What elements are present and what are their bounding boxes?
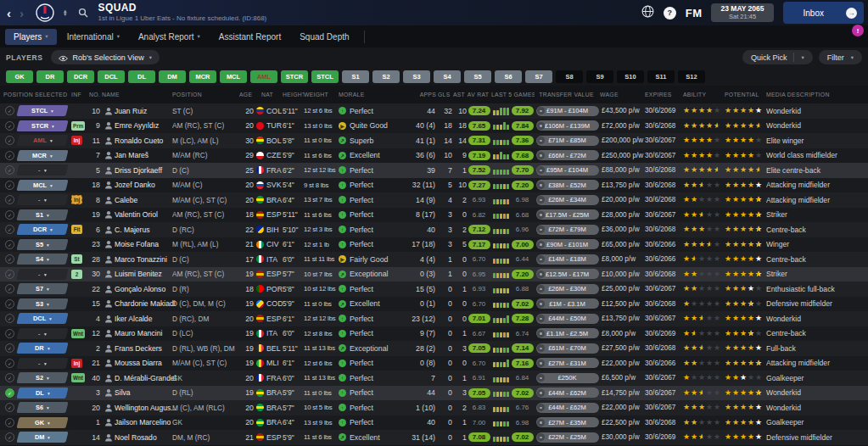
column-header-expires[interactable]: EXPIRES bbox=[645, 92, 683, 98]
back-button[interactable]: ‹ bbox=[7, 7, 11, 20]
column-header-name[interactable]: NAME bbox=[102, 92, 172, 98]
position-selected-dropdown[interactable]: DL▾ bbox=[15, 387, 71, 399]
table-row[interactable]: ✓-▾Wnt12Mauro ManciniD (LC)19ITA6'0"12 s… bbox=[0, 326, 868, 342]
position-selected-dropdown[interactable]: STCL▾ bbox=[15, 105, 71, 116]
nav-item-assistant-report[interactable]: Assistant Report bbox=[210, 29, 289, 45]
player-name[interactable]: Gonçalo Alonso bbox=[115, 285, 172, 293]
column-header-ability[interactable]: ABILITY bbox=[683, 92, 725, 98]
position-filter-stcl[interactable]: STCL bbox=[311, 70, 339, 83]
position-filter-s3[interactable]: S3 bbox=[403, 70, 430, 83]
transfer-value[interactable]: £26M - £34M bbox=[535, 195, 600, 205]
table-row[interactable]: ✓-▾Inj8CalebeM/AM (C), ST (C)20BRA6'4"13… bbox=[0, 192, 868, 208]
forward-button[interactable]: › bbox=[20, 7, 24, 20]
player-name[interactable]: Juan Ruiz bbox=[115, 107, 172, 115]
position-filter-dm[interactable]: DM bbox=[159, 70, 186, 83]
position-filter-dl[interactable]: DL bbox=[128, 70, 155, 83]
info-badge-cell[interactable]: 2 bbox=[71, 270, 88, 279]
transfer-value[interactable]: £1M - £3.1M bbox=[535, 298, 600, 309]
player-name[interactable]: Chardonie Makiadi bbox=[115, 299, 172, 308]
position-selected-dropdown[interactable]: GK▾ bbox=[15, 417, 71, 428]
position-filter-dcr[interactable]: DCR bbox=[67, 70, 94, 83]
transfer-value[interactable]: £61M - £70M bbox=[535, 343, 600, 354]
selection-check[interactable]: ✓ bbox=[3, 270, 15, 279]
player-name[interactable]: D. Mérabli-Grandel bbox=[115, 374, 172, 382]
position-selected-dropdown[interactable]: DM▾ bbox=[15, 432, 71, 443]
info-badge-cell[interactable]: Wnt bbox=[71, 329, 88, 338]
selection-check[interactable]: ✓ bbox=[3, 403, 15, 412]
view-selector[interactable]: Rob's Selection View ▾ bbox=[51, 50, 160, 64]
transfer-value[interactable]: £90M - £101M bbox=[535, 239, 600, 249]
selection-check[interactable]: ✓ bbox=[3, 254, 15, 264]
column-header-media-description[interactable]: MEDIA DESCRIPTION bbox=[766, 92, 865, 98]
inbox-button[interactable]: Inbox → bbox=[783, 2, 864, 24]
table-row[interactable]: ✓GK▾1Jailson MarcelinoGK20BRA6'4"13 st 9… bbox=[0, 415, 868, 431]
player-name[interactable]: Ronaldo Cueto bbox=[115, 137, 172, 145]
position-selected-dropdown[interactable]: DCL▾ bbox=[15, 313, 71, 324]
table-row[interactable]: ✓DM▾14Noel RosadoDM, M (RC)21ESP5'9"11 s… bbox=[0, 430, 868, 445]
position-selected-dropdown[interactable]: DCR▾ bbox=[15, 224, 71, 235]
selection-check[interactable]: ✓ bbox=[3, 225, 15, 234]
table-row[interactable]: ✓S7▾22Gonçalo AlonsoD (R)18POR5'8"10 st … bbox=[0, 282, 868, 297]
player-name[interactable]: Luismi Benitez bbox=[115, 270, 172, 278]
table-row[interactable]: ✓DL▾3SilvaD (RL)19BRA5'9"11 st 0 lbs↑Per… bbox=[0, 386, 868, 401]
column-header-weight[interactable]: WEIGHT bbox=[304, 92, 339, 98]
player-name[interactable]: Marco Tonazzini bbox=[115, 255, 172, 264]
table-row[interactable]: ✓STCL▾10Juan RuizST (C)20COL5'11"12 st 6… bbox=[0, 103, 868, 119]
position-filter-s5[interactable]: S5 bbox=[464, 70, 491, 83]
transfer-value[interactable]: £14M - £18M bbox=[535, 254, 600, 265]
column-header-position[interactable]: POSITION bbox=[172, 92, 239, 98]
position-selected-dropdown[interactable]: STCR▾ bbox=[15, 120, 71, 131]
selection-check[interactable]: ✓ bbox=[3, 314, 15, 323]
filter-button[interactable]: Filter ▾ bbox=[819, 50, 862, 64]
transfer-value[interactable]: £27M - £31M bbox=[535, 358, 600, 368]
transfer-value[interactable]: £44M - £62M bbox=[535, 387, 600, 398]
transfer-value[interactable]: £250K bbox=[535, 373, 600, 383]
selection-check[interactable]: ✓ bbox=[3, 329, 15, 338]
table-row[interactable]: ✓S1▾19Valentin OriolAM (RC), ST (C)18ESP… bbox=[0, 208, 868, 223]
position-filter-s2[interactable]: S2 bbox=[372, 70, 400, 83]
position-filter-gk[interactable]: GK bbox=[6, 70, 33, 83]
player-name[interactable]: Calebe bbox=[115, 196, 172, 204]
selection-check[interactable]: ✓ bbox=[3, 181, 15, 190]
table-row[interactable]: ✓MCR▾7Jan MarešM/AM (RC)29CZE5'9"11 st 6… bbox=[0, 148, 868, 164]
info-badge-cell[interactable]: Inj bbox=[71, 136, 88, 145]
position-filter-mcr[interactable]: MCR bbox=[189, 70, 216, 83]
player-name[interactable]: Jan Mareš bbox=[115, 151, 172, 159]
position-filter-s7[interactable]: S7 bbox=[525, 70, 552, 83]
position-selected-dropdown[interactable]: S3▾ bbox=[15, 298, 71, 309]
position-selected-dropdown[interactable]: S4▾ bbox=[15, 254, 71, 265]
info-badge-cell[interactable]: Fit bbox=[71, 225, 88, 234]
player-name[interactable]: Moise Fofana bbox=[115, 240, 172, 248]
selection-check[interactable]: ✓ bbox=[3, 240, 15, 249]
table-row[interactable]: ✓S2▾Wnt40D. Mérabli-GrandelGK20FRA6'0"11… bbox=[0, 371, 868, 386]
column-header-last-5-games[interactable]: LAST 5 GAMES bbox=[491, 92, 535, 98]
player-name[interactable]: Wellington Augus... bbox=[115, 404, 172, 412]
transfer-value[interactable]: £72M - £79M bbox=[535, 225, 600, 235]
table-row[interactable]: ✓STCR▾Prm9Emre AyyıldızAM (RC), ST (C)20… bbox=[0, 119, 868, 134]
table-row[interactable]: ✓DCR▾Fit6C. MajerusD (RC)22BIH5'10"12 st… bbox=[0, 222, 868, 237]
column-header-ast[interactable]: AST bbox=[452, 92, 467, 98]
column-header-potential[interactable]: POTENTIAL bbox=[725, 92, 766, 98]
player-name[interactable]: Iker Alcalde bbox=[115, 315, 172, 323]
table-row[interactable]: ✓MCL▾18Jozef DankoM/AM (C)20SVK5'4"9 st … bbox=[0, 178, 868, 193]
player-name[interactable]: Valentin Oriol bbox=[115, 210, 172, 219]
globe-icon[interactable] bbox=[641, 5, 654, 21]
player-name[interactable]: Emre Ayyıldız bbox=[115, 121, 172, 130]
nav-item-analyst-report[interactable]: Analyst Report▾ bbox=[130, 29, 209, 45]
transfer-value[interactable]: £26M - £30M bbox=[535, 284, 600, 294]
selection-check[interactable]: ✓ bbox=[3, 343, 15, 353]
quick-pick-button[interactable]: Quick Pick ▾ bbox=[742, 50, 813, 64]
player-name[interactable]: Silva bbox=[115, 388, 172, 397]
player-name[interactable]: Moussa Diarra bbox=[115, 359, 172, 367]
position-filter-s1[interactable]: S1 bbox=[342, 70, 369, 83]
selection-check[interactable]: ✓ bbox=[3, 418, 15, 427]
transfer-value[interactable]: £12.5M - £17M bbox=[535, 269, 600, 279]
info-badge-cell[interactable]: Prm bbox=[71, 121, 88, 131]
column-header-position-selected[interactable]: POSITION SELECTED bbox=[3, 92, 71, 98]
nav-item-squad-depth[interactable]: Squad Depth bbox=[291, 29, 357, 45]
help-icon[interactable]: ? bbox=[664, 7, 676, 20]
position-filter-s4[interactable]: S4 bbox=[434, 70, 461, 83]
selection-check[interactable]: ✓ bbox=[3, 359, 15, 368]
notification-badge[interactable]: ! bbox=[852, 25, 864, 36]
column-header-gls[interactable]: GLS ▼ bbox=[438, 92, 452, 98]
